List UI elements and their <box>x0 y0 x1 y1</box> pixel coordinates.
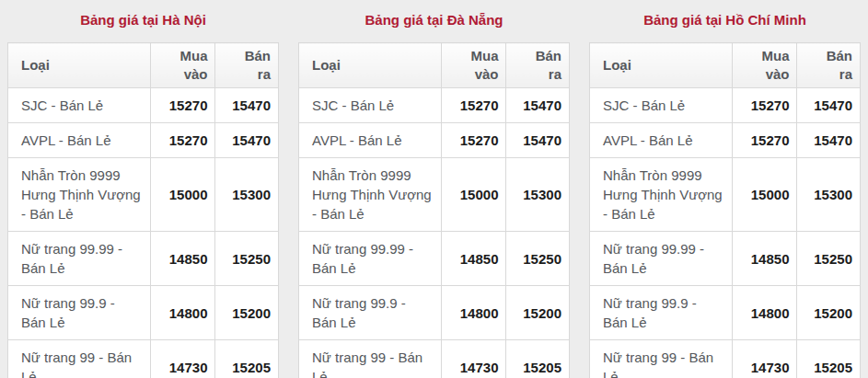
buy-price-value: 14730 <box>150 340 215 378</box>
sell-price-value: 15205 <box>506 340 570 378</box>
price-board: Bảng giá tại Đà Nẵng Loại Mua vào Bán ra… <box>298 7 570 378</box>
sell-price-value: 15300 <box>506 158 570 232</box>
table-row: SJC - Bán Lẻ 15270 15470 <box>299 88 570 123</box>
buy-price-value: 15000 <box>732 158 797 232</box>
table-row: AVPL - Bán Lẻ 15270 15470 <box>299 123 570 158</box>
sell-price-value: 15470 <box>797 88 861 123</box>
column-header-sell: Bán ra <box>506 43 570 88</box>
buy-price-value: 14850 <box>441 232 506 286</box>
sell-price-value: 15470 <box>506 123 570 158</box>
column-header-type: Loại <box>590 43 733 88</box>
table-row: Nữ trang 99.9 - Bán Lẻ 14800 15200 <box>299 286 570 340</box>
gold-type-label: Nữ trang 99 - Bán Lẻ <box>299 340 442 378</box>
gold-type-label: AVPL - Bán Lẻ <box>590 123 733 158</box>
buy-price-value: 14850 <box>150 232 215 286</box>
price-board: Bảng giá tại Hồ Chí Minh Loại Mua vào Bá… <box>589 7 861 378</box>
table-row: Nữ trang 99.99 - Bán Lẻ 14850 15250 <box>590 232 861 286</box>
sell-price-value: 15470 <box>797 123 861 158</box>
table-row: Nhẫn Tròn 9999 Hưng Thịnh Vượng - Bán Lẻ… <box>299 158 570 232</box>
gold-type-label: SJC - Bán Lẻ <box>8 88 151 123</box>
gold-type-label: Nữ trang 99.99 - Bán Lẻ <box>299 232 442 286</box>
table-row: Nữ trang 99.9 - Bán Lẻ 14800 15200 <box>590 286 861 340</box>
sell-price-value: 15470 <box>506 88 570 123</box>
buy-price-value: 15270 <box>441 88 506 123</box>
table-row: Nữ trang 99 - Bán Lẻ 14730 15205 <box>8 340 279 378</box>
board-title: Bảng giá tại Hồ Chí Minh <box>589 11 861 29</box>
table-row: SJC - Bán Lẻ 15270 15470 <box>590 88 861 123</box>
table-row: SJC - Bán Lẻ 15270 15470 <box>8 88 279 123</box>
table-row: Nhẫn Tròn 9999 Hưng Thịnh Vượng - Bán Lẻ… <box>8 158 279 232</box>
gold-type-label: AVPL - Bán Lẻ <box>299 123 442 158</box>
gold-type-label: Nữ trang 99.9 - Bán Lẻ <box>8 286 151 340</box>
board-title: Bảng giá tại Hà Nội <box>7 11 279 29</box>
gold-type-label: Nữ trang 99.9 - Bán Lẻ <box>590 286 733 340</box>
price-board: Bảng giá tại Hà Nội Loại Mua vào Bán ra … <box>7 7 279 378</box>
board-title: Bảng giá tại Đà Nẵng <box>298 11 570 29</box>
sell-price-value: 15470 <box>215 123 279 158</box>
table-row: AVPL - Bán Lẻ 15270 15470 <box>590 123 861 158</box>
buy-price-value: 14730 <box>441 340 506 378</box>
column-header-buy: Mua vào <box>441 43 506 88</box>
gold-type-label: Nữ trang 99.99 - Bán Lẻ <box>590 232 733 286</box>
table-row: Nhẫn Tròn 9999 Hưng Thịnh Vượng - Bán Lẻ… <box>590 158 861 232</box>
buy-price-value: 14800 <box>732 286 797 340</box>
table-row: Nữ trang 99.9 - Bán Lẻ 14800 15200 <box>8 286 279 340</box>
gold-type-label: Nhẫn Tròn 9999 Hưng Thịnh Vượng - Bán Lẻ <box>299 158 442 232</box>
sell-price-value: 15250 <box>506 232 570 286</box>
buy-price-value: 14850 <box>732 232 797 286</box>
column-header-sell: Bán ra <box>215 43 279 88</box>
price-boards: Bảng giá tại Hà Nội Loại Mua vào Bán ra … <box>0 0 868 378</box>
buy-price-value: 15270 <box>150 88 215 123</box>
gold-type-label: Nhẫn Tròn 9999 Hưng Thịnh Vượng - Bán Lẻ <box>590 158 733 232</box>
sell-price-value: 15200 <box>797 286 861 340</box>
buy-price-value: 15270 <box>441 123 506 158</box>
buy-price-value: 15270 <box>150 123 215 158</box>
buy-price-value: 14730 <box>732 340 797 378</box>
column-header-type: Loại <box>299 43 442 88</box>
gold-type-label: Nữ trang 99.99 - Bán Lẻ <box>8 232 151 286</box>
gold-type-label: Nữ trang 99 - Bán Lẻ <box>8 340 151 378</box>
sell-price-value: 15300 <box>797 158 861 232</box>
price-table: Loại Mua vào Bán ra SJC - Bán Lẻ 15270 1… <box>298 42 570 378</box>
gold-type-label: Nữ trang 99.9 - Bán Lẻ <box>299 286 442 340</box>
gold-type-label: AVPL - Bán Lẻ <box>8 123 151 158</box>
table-header-row: Loại Mua vào Bán ra <box>590 43 861 88</box>
price-table: Loại Mua vào Bán ra SJC - Bán Lẻ 15270 1… <box>7 42 279 378</box>
sell-price-value: 15300 <box>215 158 279 232</box>
buy-price-value: 14800 <box>441 286 506 340</box>
price-table: Loại Mua vào Bán ra SJC - Bán Lẻ 15270 1… <box>589 42 861 378</box>
gold-type-label: SJC - Bán Lẻ <box>299 88 442 123</box>
buy-price-value: 15000 <box>150 158 215 232</box>
sell-price-value: 15250 <box>215 232 279 286</box>
column-header-type: Loại <box>8 43 151 88</box>
buy-price-value: 14800 <box>150 286 215 340</box>
column-header-buy: Mua vào <box>732 43 797 88</box>
buy-price-value: 15000 <box>441 158 506 232</box>
column-header-sell: Bán ra <box>797 43 861 88</box>
table-row: Nữ trang 99 - Bán Lẻ 14730 15205 <box>590 340 861 378</box>
table-header-row: Loại Mua vào Bán ra <box>8 43 279 88</box>
column-header-buy: Mua vào <box>150 43 215 88</box>
table-row: Nữ trang 99.99 - Bán Lẻ 14850 15250 <box>8 232 279 286</box>
table-row: Nữ trang 99.99 - Bán Lẻ 14850 15250 <box>299 232 570 286</box>
sell-price-value: 15200 <box>215 286 279 340</box>
gold-type-label: Nữ trang 99 - Bán Lẻ <box>590 340 733 378</box>
sell-price-value: 15470 <box>215 88 279 123</box>
table-row: AVPL - Bán Lẻ 15270 15470 <box>8 123 279 158</box>
sell-price-value: 15250 <box>797 232 861 286</box>
table-row: Nữ trang 99 - Bán Lẻ 14730 15205 <box>299 340 570 378</box>
gold-type-label: Nhẫn Tròn 9999 Hưng Thịnh Vượng - Bán Lẻ <box>8 158 151 232</box>
sell-price-value: 15200 <box>506 286 570 340</box>
buy-price-value: 15270 <box>732 88 797 123</box>
gold-type-label: SJC - Bán Lẻ <box>590 88 733 123</box>
buy-price-value: 15270 <box>732 123 797 158</box>
table-header-row: Loại Mua vào Bán ra <box>299 43 570 88</box>
sell-price-value: 15205 <box>215 340 279 378</box>
sell-price-value: 15205 <box>797 340 861 378</box>
